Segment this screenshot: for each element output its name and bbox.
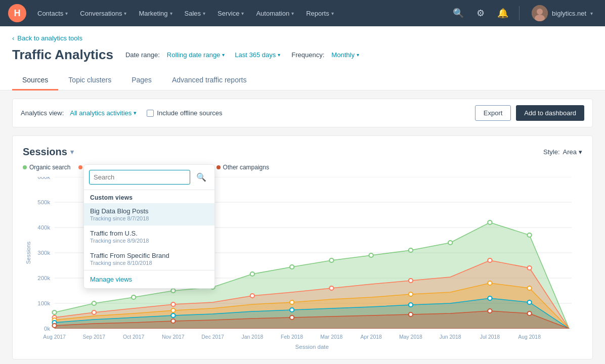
search-submit-button[interactable]: 🔍 — [193, 171, 209, 183]
offline-sources-checkbox[interactable] — [147, 110, 154, 117]
add-to-dashboard-button[interactable]: Add to dashboard — [516, 105, 584, 121]
settings-icon-btn[interactable]: ⚙ — [472, 5, 489, 21]
svg-point-22 — [92, 301, 96, 305]
tab-topic-clusters[interactable]: Topic clusters — [58, 71, 121, 90]
tab-pages[interactable]: Pages — [121, 71, 162, 90]
svg-point-31 — [448, 241, 452, 245]
analytics-toolbar: Analytics view: All analytics activities… — [12, 99, 593, 127]
nav-automation[interactable]: Automation ▾ — [251, 7, 299, 20]
style-chevron-icon: ▾ — [579, 148, 582, 156]
tab-sources[interactable]: Sources — [12, 71, 58, 90]
svg-text:600k: 600k — [37, 177, 50, 180]
svg-text:500k: 500k — [37, 199, 50, 205]
offline-sources-checkbox-container[interactable]: Include offline sources — [147, 109, 222, 117]
period-chevron-icon: ▾ — [278, 52, 280, 58]
account-menu[interactable]: biglytics.net ▾ — [528, 3, 597, 23]
toolbar-right-actions: Export Add to dashboard — [475, 105, 584, 121]
tab-advanced-traffic[interactable]: Advanced traffic reports — [162, 71, 257, 90]
svg-point-21 — [52, 310, 56, 314]
svg-point-3 — [537, 9, 543, 15]
analytics-view-chevron-icon: ▾ — [134, 110, 137, 116]
nav-reports[interactable]: Reports ▾ — [301, 7, 339, 20]
filter-row: Date range: Rolling date range ▾ Last 36… — [125, 50, 362, 60]
chevron-down-icon: ▾ — [170, 11, 172, 16]
svg-text:0k: 0k — [44, 326, 51, 332]
svg-text:300k: 300k — [37, 250, 50, 256]
notifications-icon-btn[interactable]: 🔔 — [495, 5, 511, 21]
date-period-dropdown[interactable]: Last 365 days ▾ — [232, 50, 283, 60]
legend-other-campaigns: Other campaigns — [217, 164, 269, 171]
svg-text:Jun 2018: Jun 2018 — [440, 334, 461, 340]
svg-point-57 — [409, 312, 413, 316]
svg-text:Nov 2017: Nov 2017 — [162, 334, 185, 340]
svg-point-46 — [488, 281, 492, 285]
svg-text:Aug 2017: Aug 2017 — [43, 334, 66, 340]
svg-point-33 — [527, 233, 531, 237]
nav-service[interactable]: Service ▾ — [212, 7, 249, 20]
svg-point-54 — [52, 324, 56, 328]
breadcrumb-arrow-icon: ‹ — [12, 34, 14, 42]
chart-card: 🔍 Custom views Big Data Blog Posts Track… — [12, 135, 593, 359]
svg-point-44 — [290, 300, 294, 304]
dropdown-item-brand-traffic[interactable]: Traffic From Specific Brand Tracking sin… — [84, 248, 214, 270]
svg-text:Jul 2018: Jul 2018 — [480, 334, 500, 340]
svg-point-32 — [488, 220, 492, 224]
svg-point-27 — [290, 265, 294, 269]
svg-text:Aug 2018: Aug 2018 — [518, 334, 541, 340]
analytics-view-dropdown-menu: 🔍 Custom views Big Data Blog Posts Track… — [83, 164, 215, 289]
top-navigation: H Contacts ▾ Conversations ▾ Marketing ▾… — [0, 0, 605, 26]
svg-point-29 — [369, 253, 373, 257]
chevron-down-icon: ▾ — [124, 11, 126, 16]
svg-point-37 — [250, 294, 254, 298]
svg-text:May 2018: May 2018 — [399, 334, 422, 340]
dropdown-item-us-traffic[interactable]: Traffic from U.S. Tracking since 8/9/201… — [84, 225, 214, 248]
metric-selector[interactable]: Sessions ▾ — [23, 146, 74, 158]
svg-text:100k: 100k — [37, 300, 50, 306]
svg-point-39 — [409, 279, 413, 283]
svg-point-30 — [409, 248, 413, 252]
style-dropdown[interactable]: Area ▾ — [563, 148, 582, 156]
breadcrumb[interactable]: ‹ Back to analytics tools — [12, 34, 593, 42]
hubspot-logo[interactable]: H — [8, 4, 26, 22]
search-icon-btn[interactable]: 🔍 — [450, 5, 466, 21]
avatar — [532, 5, 548, 21]
page-title: Traffic Analytics — [12, 47, 113, 63]
svg-point-50 — [290, 308, 294, 312]
legend-dot-other — [217, 165, 221, 169]
svg-point-40 — [488, 258, 492, 262]
svg-point-38 — [329, 286, 333, 290]
dropdown-item-big-data[interactable]: Big Data Blog Posts Tracking since 8/7/2… — [84, 203, 214, 225]
dropdown-items-list: Custom views Big Data Blog Posts Trackin… — [84, 190, 214, 270]
tab-bar: Sources Topic clusters Pages Advanced tr… — [12, 71, 593, 90]
search-input[interactable] — [89, 170, 190, 185]
manage-views-link[interactable]: Manage views — [84, 270, 214, 288]
date-range-dropdown[interactable]: Rolling date range ▾ — [164, 50, 228, 60]
svg-point-24 — [171, 289, 175, 293]
chevron-down-icon: ▾ — [241, 11, 244, 16]
svg-text:H: H — [14, 8, 21, 18]
svg-text:Jan 2018: Jan 2018 — [241, 334, 263, 340]
svg-point-23 — [132, 295, 136, 299]
svg-point-36 — [171, 302, 175, 306]
svg-point-47 — [527, 286, 531, 290]
export-button[interactable]: Export — [475, 105, 511, 121]
svg-text:200k: 200k — [37, 275, 50, 281]
frequency-dropdown[interactable]: Monthly ▾ — [328, 50, 362, 60]
legend-dot-paid-search — [78, 165, 82, 169]
nav-marketing[interactable]: Marketing ▾ — [134, 7, 177, 20]
svg-text:Sessions: Sessions — [25, 241, 31, 264]
svg-point-28 — [329, 258, 333, 262]
chevron-down-icon: ▾ — [65, 11, 68, 16]
svg-text:Session date: Session date — [295, 344, 329, 349]
dropdown-search-box: 🔍 — [84, 165, 214, 190]
nav-conversations[interactable]: Conversations ▾ — [75, 7, 132, 20]
nav-contacts[interactable]: Contacts ▾ — [32, 7, 73, 20]
svg-point-26 — [250, 272, 254, 276]
chevron-down-icon: ▾ — [203, 11, 205, 16]
legend-organic-search: Organic search — [23, 164, 70, 171]
analytics-view-dropdown[interactable]: All analytics activities ▾ — [70, 109, 137, 117]
svg-point-56 — [290, 315, 294, 320]
nav-sales[interactable]: Sales ▾ — [180, 7, 211, 20]
svg-text:Mar 2018: Mar 2018 — [320, 334, 342, 340]
chart-header: Sessions ▾ Style: Area ▾ — [23, 146, 582, 158]
